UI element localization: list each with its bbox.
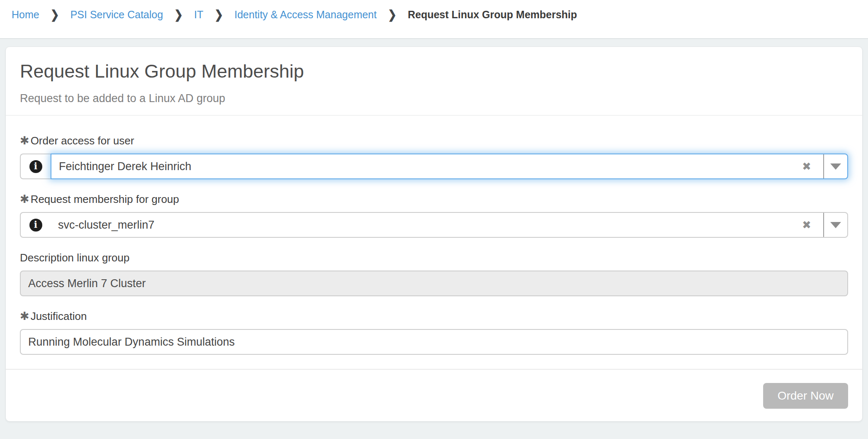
clear-selection-button[interactable]: ✖ bbox=[790, 213, 823, 237]
clear-selection-button[interactable]: ✖ bbox=[790, 154, 823, 178]
info-addon[interactable]: i bbox=[20, 212, 51, 238]
caret-down-icon bbox=[830, 163, 841, 170]
request-membership-for-group-combobox[interactable]: svc-cluster_merlin7 ✖ bbox=[51, 212, 848, 238]
dropdown-toggle-button[interactable] bbox=[823, 154, 847, 178]
dropdown-toggle-button[interactable] bbox=[823, 213, 847, 237]
field-group-justification: ✱ Justification Running Molecular Dynami… bbox=[20, 310, 848, 355]
justification-label: Justification bbox=[31, 310, 87, 322]
breadcrumb-psi-service-catalog[interactable]: PSI Service Catalog bbox=[70, 7, 163, 22]
request-form: ✱ Order access for user i Feichtinger De… bbox=[6, 116, 862, 355]
order-access-for-user-input-group: i Feichtinger Derek Heinrich ✖ bbox=[20, 154, 848, 179]
chevron-right-icon: ❯ bbox=[388, 5, 397, 24]
breadcrumb-bar: Home ❯ PSI Service Catalog ❯ IT ❯ Identi… bbox=[0, 0, 868, 39]
breadcrumb-it[interactable]: IT bbox=[194, 7, 203, 22]
request-form-panel: Request Linux Group Membership Request t… bbox=[5, 46, 863, 422]
field-label: Description linux group bbox=[20, 251, 848, 264]
info-circle-icon: i bbox=[29, 160, 42, 173]
page-title: Request Linux Group Membership bbox=[20, 59, 848, 83]
field-label: ✱ Order access for user bbox=[20, 134, 848, 147]
chevron-right-icon: ❯ bbox=[174, 5, 183, 24]
field-group-request-membership-for-group: ✱ Request membership for group i svc-clu… bbox=[20, 193, 848, 238]
field-group-order-access-for-user: ✱ Order access for user i Feichtinger De… bbox=[20, 134, 848, 179]
breadcrumb-current-page: Request Linux Group Membership bbox=[408, 7, 577, 22]
info-circle-icon: i bbox=[29, 219, 42, 232]
required-asterisk-icon: ✱ bbox=[20, 194, 29, 205]
request-membership-for-group-value[interactable]: svc-cluster_merlin7 bbox=[51, 213, 790, 237]
panel-header: Request Linux Group Membership Request t… bbox=[6, 47, 862, 116]
description-linux-group-label: Description linux group bbox=[20, 251, 129, 264]
required-asterisk-icon: ✱ bbox=[20, 311, 29, 322]
panel-footer: Order Now bbox=[6, 370, 862, 421]
breadcrumb: Home ❯ PSI Service Catalog ❯ IT ❯ Identi… bbox=[12, 7, 868, 22]
info-addon[interactable]: i bbox=[20, 154, 51, 179]
clear-x-icon: ✖ bbox=[802, 160, 811, 173]
order-access-for-user-label: Order access for user bbox=[31, 134, 134, 147]
order-access-for-user-combobox[interactable]: Feichtinger Derek Heinrich ✖ bbox=[51, 154, 848, 179]
clear-x-icon: ✖ bbox=[802, 219, 811, 232]
chevron-right-icon: ❯ bbox=[51, 5, 59, 24]
page-subtitle: Request to be added to a Linux AD group bbox=[20, 92, 848, 105]
required-asterisk-icon: ✱ bbox=[20, 135, 29, 146]
description-linux-group-readonly-field: Access Merlin 7 Cluster bbox=[20, 271, 848, 296]
order-now-button[interactable]: Order Now bbox=[763, 383, 848, 409]
caret-down-icon bbox=[830, 222, 841, 228]
chevron-right-icon: ❯ bbox=[215, 5, 223, 24]
breadcrumb-home[interactable]: Home bbox=[12, 7, 39, 22]
order-access-for-user-value[interactable]: Feichtinger Derek Heinrich bbox=[51, 154, 790, 178]
field-label: ✱ Justification bbox=[20, 310, 848, 322]
justification-input[interactable]: Running Molecular Dynamics Simulations bbox=[20, 329, 848, 355]
field-group-description-linux-group: Description linux group Access Merlin 7 … bbox=[20, 251, 848, 296]
breadcrumb-identity-access-management[interactable]: Identity & Access Management bbox=[234, 7, 376, 22]
field-label: ✱ Request membership for group bbox=[20, 193, 848, 205]
request-membership-for-group-input-group: i svc-cluster_merlin7 ✖ bbox=[20, 212, 848, 238]
request-membership-for-group-label: Request membership for group bbox=[31, 193, 179, 205]
